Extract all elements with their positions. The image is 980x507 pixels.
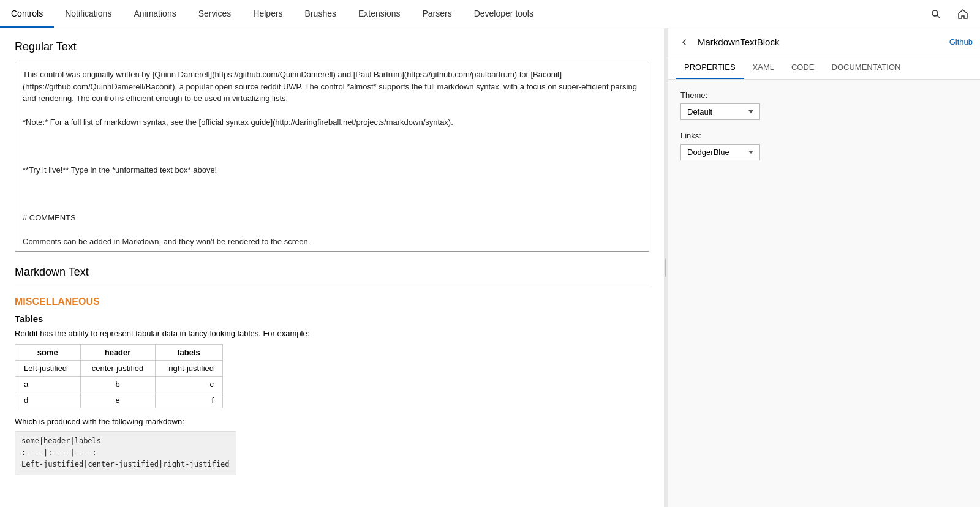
nav-tab-services[interactable]: Services bbox=[187, 0, 243, 28]
links-value: DodgerBlue bbox=[687, 148, 729, 157]
markdown-text-title: Markdown Text bbox=[15, 266, 649, 279]
nav-icons-group bbox=[924, 2, 980, 26]
home-button[interactable] bbox=[951, 2, 975, 26]
right-tabs: PROPERTIES XAML CODE DOCUMENTATION bbox=[668, 56, 980, 80]
tab-properties-label: PROPERTIES bbox=[684, 62, 736, 72]
chevron-down-icon bbox=[748, 110, 753, 113]
cell-d: d bbox=[15, 392, 81, 408]
tab-xaml-label: XAML bbox=[753, 62, 774, 72]
code-line-1: some|header|labels bbox=[21, 435, 230, 447]
theme-value: Default bbox=[687, 107, 712, 116]
table-row: a b c bbox=[15, 377, 223, 392]
divider bbox=[15, 285, 649, 285]
nav-tab-notifications[interactable]: Notifications bbox=[54, 0, 123, 28]
svg-line-1 bbox=[937, 15, 940, 18]
right-panel-header: MarkdownTextBlock Github bbox=[668, 28, 980, 56]
tab-documentation-label: DOCUMENTATION bbox=[832, 62, 901, 72]
code-block: some|header|labels :----|:----|----: Lef… bbox=[15, 431, 236, 475]
main-container: Regular Text This control was originally… bbox=[0, 28, 980, 507]
tab-code[interactable]: CODE bbox=[783, 56, 823, 79]
chevron-down-icon bbox=[748, 151, 753, 154]
github-link[interactable]: Github bbox=[949, 37, 973, 47]
regular-text-title: Regular Text bbox=[15, 40, 649, 53]
misc-heading: MISCELLANEOUS bbox=[15, 296, 649, 307]
cell-right-justified: right-justified bbox=[155, 361, 222, 377]
tab-documentation[interactable]: DOCUMENTATION bbox=[823, 56, 910, 79]
nav-tab-extensions[interactable]: Extensions bbox=[347, 0, 411, 28]
search-icon bbox=[931, 9, 941, 19]
code-line-3: Left-justified|center-justified|right-ju… bbox=[21, 459, 230, 470]
back-icon bbox=[680, 39, 688, 46]
tab-code-label: CODE bbox=[791, 62, 815, 72]
left-panel: Regular Text This control was originally… bbox=[0, 28, 664, 507]
nav-tab-notifications-label: Notifications bbox=[65, 9, 111, 18]
markdown-table: some header labels Left-justified center… bbox=[15, 344, 223, 408]
nav-tab-developer-tools-label: Developer tools bbox=[474, 9, 533, 18]
nav-tab-animations-label: Animations bbox=[134, 9, 176, 18]
table-header-row: some header labels bbox=[15, 345, 223, 361]
cell-a: a bbox=[15, 377, 81, 392]
table-row: d e f bbox=[15, 392, 223, 408]
nav-tab-services-label: Services bbox=[198, 9, 232, 18]
markdown-editor[interactable]: This control was originally written by [… bbox=[15, 62, 649, 252]
panel-title: MarkdownTextBlock bbox=[698, 37, 949, 47]
col-labels: labels bbox=[155, 345, 222, 361]
cell-c: c bbox=[155, 377, 222, 392]
nav-tab-brushes[interactable]: Brushes bbox=[294, 0, 347, 28]
back-button[interactable] bbox=[676, 34, 693, 51]
which-text: Which is produced with the following mar… bbox=[15, 417, 649, 426]
table-row: Left-justified center-justified right-ju… bbox=[15, 361, 223, 377]
cell-e: e bbox=[80, 392, 155, 408]
col-some: some bbox=[15, 345, 81, 361]
theme-label: Theme: bbox=[680, 91, 968, 100]
home-icon bbox=[958, 9, 968, 19]
nav-tab-brushes-label: Brushes bbox=[305, 9, 336, 18]
search-button[interactable] bbox=[924, 2, 948, 26]
nav-tab-helpers[interactable]: Helpers bbox=[242, 0, 293, 28]
nav-tab-animations[interactable]: Animations bbox=[123, 0, 187, 28]
tab-xaml[interactable]: XAML bbox=[744, 56, 783, 79]
nav-tab-parsers-label: Parsers bbox=[422, 9, 451, 18]
nav-tab-helpers-label: Helpers bbox=[253, 9, 282, 18]
nav-tab-extensions-label: Extensions bbox=[358, 9, 400, 18]
tables-heading: Tables bbox=[15, 314, 649, 324]
cell-left-justified: Left-justified bbox=[15, 361, 81, 377]
cell-center-justified: center-justified bbox=[80, 361, 155, 377]
nav-tab-parsers[interactable]: Parsers bbox=[411, 0, 462, 28]
right-panel: MarkdownTextBlock Github PROPERTIES XAML… bbox=[668, 28, 980, 507]
properties-pane: Theme: Default Links: DodgerBlue bbox=[668, 80, 980, 507]
theme-dropdown[interactable]: Default bbox=[680, 103, 760, 120]
links-dropdown[interactable]: DodgerBlue bbox=[680, 144, 760, 160]
nav-tab-controls-label: Controls bbox=[11, 9, 43, 18]
cell-b: b bbox=[80, 377, 155, 392]
top-navigation: Controls Notifications Animations Servic… bbox=[0, 0, 980, 28]
cell-f: f bbox=[155, 392, 222, 408]
code-line-2: :----|:----|----: bbox=[21, 447, 230, 459]
nav-tab-developer-tools[interactable]: Developer tools bbox=[463, 0, 545, 28]
nav-tab-controls[interactable]: Controls bbox=[0, 0, 54, 28]
tables-description: Reddit has the ability to represent tabu… bbox=[15, 329, 649, 338]
tab-properties[interactable]: PROPERTIES bbox=[676, 56, 744, 79]
svg-point-0 bbox=[932, 10, 938, 16]
col-header: header bbox=[80, 345, 155, 361]
links-label: Links: bbox=[680, 131, 968, 140]
